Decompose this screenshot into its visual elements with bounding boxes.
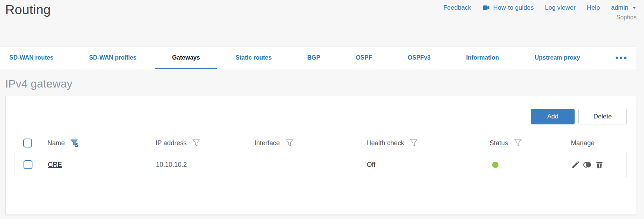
row-checkbox[interactable] (24, 160, 32, 169)
tab-information[interactable]: Information (466, 47, 499, 69)
clone-icon[interactable] (583, 161, 592, 169)
tab-sd-wan-routes[interactable]: SD-WAN routes (9, 47, 53, 69)
tab-gateways[interactable]: Gateways (172, 47, 200, 69)
gateway-ip-address: 10.10.10.2 (156, 161, 255, 169)
tab-bgp[interactable]: BGP (307, 47, 321, 69)
status-up-indicator (492, 162, 498, 168)
table-row: GRE 10.10.10.2 Off (15, 152, 626, 177)
column-header-status: Status (490, 139, 508, 147)
select-all-checkbox[interactable] (23, 139, 32, 147)
tab-ospfv3[interactable]: OSPFv3 (408, 47, 431, 69)
log-viewer-link[interactable]: Log viewer (545, 4, 576, 12)
add-button[interactable]: Add (531, 109, 575, 124)
ipv4-gateway-panel: Add Delete Name IP address (5, 96, 636, 215)
page-title: Routing (5, 1, 51, 17)
admin-menu-label: admin (611, 4, 628, 12)
help-link[interactable]: Help (587, 4, 600, 12)
feedback-link[interactable]: Feedback (443, 4, 471, 12)
video-camera-icon (482, 4, 490, 12)
main-content: IPv4 gateway Add Delete Name (0, 77, 644, 215)
filter-icon-ip-address[interactable] (192, 139, 201, 147)
more-tabs-icon[interactable] (616, 47, 626, 69)
account-label: Sophos (616, 14, 637, 21)
edit-icon[interactable] (571, 161, 580, 169)
how-to-guides-link[interactable]: How-to guides (482, 4, 534, 12)
delete-button[interactable]: Delete (578, 109, 627, 124)
column-header-name: Name (47, 139, 65, 147)
manage-actions (571, 161, 626, 169)
filter-icon-status[interactable] (513, 139, 522, 147)
column-header-interface: Interface (254, 139, 280, 147)
routing-tabbar: SD-WAN routes SD-WAN profiles Gateways S… (0, 46, 636, 69)
filter-icon-name-active[interactable] (70, 139, 79, 147)
admin-menu[interactable]: admin (611, 4, 637, 12)
tab-sd-wan-profiles[interactable]: SD-WAN profiles (89, 47, 137, 69)
column-header-ip-address: IP address (156, 139, 187, 147)
filter-icon-health-check[interactable] (409, 139, 418, 147)
gateway-health-check: Off (367, 161, 490, 169)
delete-icon[interactable] (595, 161, 604, 169)
table-body: GRE 10.10.10.2 Off (15, 152, 627, 177)
table-header: Name IP address Interface (15, 134, 627, 152)
gateway-name-link[interactable]: GRE (48, 161, 62, 168)
tab-static-routes[interactable]: Static routes (235, 47, 272, 69)
tab-ospf[interactable]: OSPF (356, 47, 372, 69)
section-heading: IPv4 gateway (5, 77, 636, 90)
how-to-guides-label: How-to guides (493, 4, 534, 12)
column-header-health-check: Health check (366, 139, 404, 147)
column-header-manage: Manage (571, 139, 594, 147)
caret-down-icon (631, 6, 637, 9)
filter-icon-interface[interactable] (285, 139, 294, 147)
gateway-toolbar: Add Delete (15, 109, 627, 124)
top-header: Routing Feedback How-to guides Log viewe… (0, 0, 644, 46)
tab-upstream-proxy[interactable]: Upstream proxy (535, 47, 580, 69)
top-right-nav: Feedback How-to guides Log viewer Help a… (443, 1, 637, 21)
